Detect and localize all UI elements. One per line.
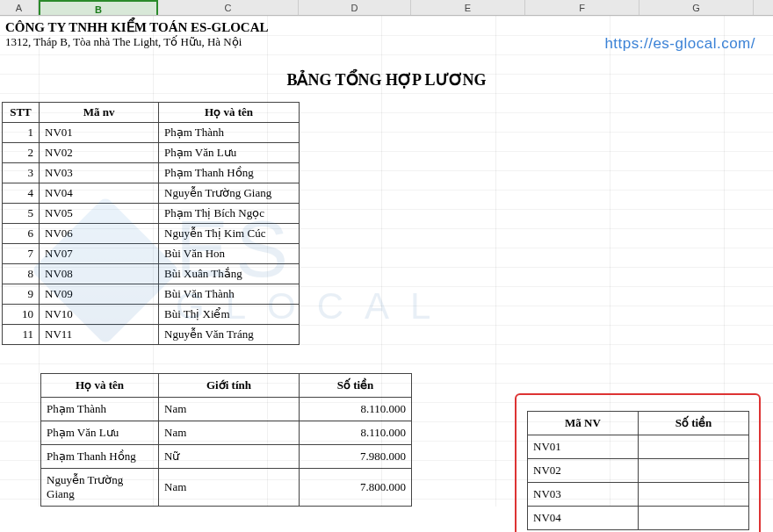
col-header-f[interactable]: F: [525, 0, 639, 15]
cell-manv[interactable]: NV02: [528, 459, 639, 483]
table-row[interactable]: 11NV11Nguyễn Văn Tráng: [3, 325, 300, 345]
sheet-body: ES GLOCAL CÔNG TY TNHH KIỂM TOÁN ES-GLOC…: [0, 16, 773, 507]
col-header-e[interactable]: E: [411, 0, 525, 15]
col-header-b[interactable]: B: [39, 0, 158, 15]
cell-stt[interactable]: 7: [3, 244, 40, 264]
table-row[interactable]: Phạm Thanh HồngNữ7.980.000: [41, 445, 412, 469]
cell-ten[interactable]: Phạm Văn Lưu: [159, 143, 300, 163]
employee-table: STT Mã nv Họ và tên 1NV01Phạm Thành2NV02…: [2, 102, 300, 345]
table-row[interactable]: Phạm ThànhNam8.110.000: [41, 398, 412, 421]
table-row[interactable]: 5NV05Phạm Thị Bích Ngọc: [3, 204, 300, 224]
cell-stt[interactable]: 10: [3, 305, 40, 325]
cell-ten[interactable]: Nguyễn Trường Giang: [41, 469, 159, 507]
cell-gioitinh[interactable]: Nam: [159, 398, 300, 421]
table-row[interactable]: 7NV07Bùi Văn Hon: [3, 244, 300, 264]
col-header-g[interactable]: G: [639, 0, 754, 15]
cell-ten[interactable]: Nguyễn Trường Giang: [159, 183, 300, 204]
cell-sotien[interactable]: [639, 483, 749, 507]
table-row[interactable]: 1NV01Phạm Thành: [3, 123, 300, 143]
header-ten: Họ và tên: [41, 374, 159, 398]
cell-ma[interactable]: NV05: [40, 204, 159, 224]
cell-ten[interactable]: Nguyễn Văn Tráng: [159, 325, 300, 345]
col-header-a[interactable]: A: [0, 0, 39, 15]
header-stt: STT: [3, 103, 40, 123]
cell-ma[interactable]: NV08: [40, 264, 159, 284]
table-row[interactable]: 2NV02Phạm Văn Lưu: [3, 143, 300, 163]
cell-ma[interactable]: NV06: [40, 224, 159, 244]
cell-ten[interactable]: Phạm Thị Bích Ngọc: [159, 204, 300, 224]
cell-ma[interactable]: NV07: [40, 244, 159, 264]
table-row[interactable]: 8NV08Bùi Xuân Thắng: [3, 264, 300, 284]
cell-ma[interactable]: NV01: [40, 123, 159, 143]
table-row[interactable]: Nguyễn Trường GiangNam7.800.000: [41, 469, 412, 507]
column-header-row: A B C D E F G: [0, 0, 773, 16]
cell-ma[interactable]: NV04: [40, 183, 159, 204]
spreadsheet-grid: A B C D E F G ES GLOCAL CÔNG TY TNHH KIỂ…: [0, 0, 773, 532]
salary-detail-table: Họ và tên Giới tính Số tiền Phạm ThànhNa…: [40, 373, 412, 507]
cell-ten[interactable]: Bùi Xuân Thắng: [159, 264, 300, 284]
cell-ten[interactable]: Bùi Văn Hon: [159, 244, 300, 264]
table-header-row: Họ và tên Giới tính Số tiền: [41, 374, 412, 398]
header-ma: Mã nv: [40, 103, 159, 123]
cell-stt[interactable]: 3: [3, 163, 40, 183]
cell-gioitinh[interactable]: Nam: [159, 421, 300, 445]
cell-sotien[interactable]: [639, 435, 749, 459]
cell-sotien[interactable]: 7.800.000: [300, 469, 412, 507]
cell-manv[interactable]: NV04: [528, 507, 639, 530]
table-row[interactable]: 6NV06Nguyễn Thị Kim Cúc: [3, 224, 300, 244]
cell-ten[interactable]: Phạm Thanh Hồng: [159, 163, 300, 183]
cell-ma[interactable]: NV11: [40, 325, 159, 345]
cell-ten[interactable]: Bùi Văn Thành: [159, 284, 300, 305]
page-title: BẢNG TỔNG HỢP LƯƠNG: [0, 54, 773, 102]
table-row[interactable]: Phạm Văn LưuNam8.110.000: [41, 421, 412, 445]
cell-ten[interactable]: Bùi Thị Xiểm: [159, 305, 300, 325]
cell-ten[interactable]: Phạm Văn Lưu: [41, 421, 159, 445]
table-row[interactable]: NV02: [528, 459, 749, 483]
cell-ma[interactable]: NV03: [40, 163, 159, 183]
col-header-c[interactable]: C: [158, 0, 299, 15]
header-ten: Họ và tên: [159, 103, 300, 123]
table-row[interactable]: 3NV03Phạm Thanh Hồng: [3, 163, 300, 183]
table-row[interactable]: NV03: [528, 483, 749, 507]
cell-stt[interactable]: 2: [3, 143, 40, 163]
cell-sotien[interactable]: 8.110.000: [300, 398, 412, 421]
table-header-row: Mã NV Số tiền: [528, 412, 749, 435]
table-row[interactable]: NV01: [528, 435, 749, 459]
cell-stt[interactable]: 4: [3, 183, 40, 204]
company-name: CÔNG TY TNHH KIỂM TOÁN ES-GLOCAL: [0, 16, 773, 35]
cell-ma[interactable]: NV09: [40, 284, 159, 305]
cell-stt[interactable]: 8: [3, 264, 40, 284]
cell-ma[interactable]: NV10: [40, 305, 159, 325]
cell-ten[interactable]: Nguyễn Thị Kim Cúc: [159, 224, 300, 244]
header-sotien: Số tiền: [300, 374, 412, 398]
cell-manv[interactable]: NV01: [528, 435, 639, 459]
cell-ten[interactable]: Phạm Thanh Hồng: [41, 445, 159, 469]
table-row[interactable]: 4NV04Nguyễn Trường Giang: [3, 183, 300, 204]
cell-sotien[interactable]: [639, 459, 749, 483]
header-manv: Mã NV: [528, 412, 639, 435]
cell-stt[interactable]: 6: [3, 224, 40, 244]
table-header-row: STT Mã nv Họ và tên: [3, 103, 300, 123]
cell-sotien[interactable]: 8.110.000: [300, 421, 412, 445]
cell-ten[interactable]: Phạm Thành: [159, 123, 300, 143]
website-link[interactable]: https://es-glocal.com/: [604, 35, 755, 53]
cell-gioitinh[interactable]: Nam: [159, 469, 300, 507]
cell-sotien[interactable]: [639, 507, 749, 530]
table-row[interactable]: 9NV09Bùi Văn Thành: [3, 284, 300, 305]
cell-ma[interactable]: NV02: [40, 143, 159, 163]
cell-gioitinh[interactable]: Nữ: [159, 445, 300, 469]
cell-sotien[interactable]: 7.980.000: [300, 445, 412, 469]
header-gioitinh: Giới tính: [159, 374, 300, 398]
cell-stt[interactable]: 11: [3, 325, 40, 345]
cell-stt[interactable]: 5: [3, 204, 40, 224]
cell-stt[interactable]: 9: [3, 284, 40, 305]
col-header-d[interactable]: D: [299, 0, 411, 15]
cell-ten[interactable]: Phạm Thành: [41, 398, 159, 421]
cell-stt[interactable]: 1: [3, 123, 40, 143]
lookup-table: Mã NV Số tiền NV01NV02NV03NV04: [527, 411, 749, 530]
table-row[interactable]: 10NV10Bùi Thị Xiểm: [3, 305, 300, 325]
table-row[interactable]: NV04: [528, 507, 749, 530]
header-sotien: Số tiền: [639, 412, 749, 435]
cell-manv[interactable]: NV03: [528, 483, 639, 507]
